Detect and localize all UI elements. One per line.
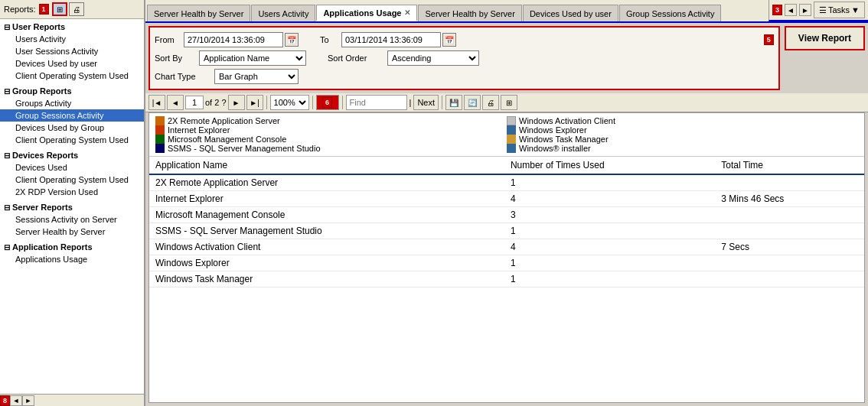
sidebar-item-devices-used-by-user[interactable]: Devices Used by user <box>0 57 144 70</box>
sidebar-item-client-os-devices[interactable]: Client Operating System Used <box>0 174 144 186</box>
sidebar-item-2x-rdp[interactable]: 2X RDP Version Used <box>0 186 144 198</box>
to-input-group: 📅 <box>341 32 456 47</box>
tasks-label: Tasks <box>828 5 850 15</box>
tree-group-label-app[interactable]: Application Reports <box>0 241 144 253</box>
legend-color-mmc <box>155 135 165 144</box>
tab-label-users-activity: Users Activity <box>258 9 308 18</box>
tabs-nav-next[interactable]: ► <box>799 4 811 16</box>
table-cell-times: 3 <box>504 207 715 223</box>
to-label: To <box>320 35 335 44</box>
sidebar-item-sessions-server[interactable]: Sessions Activity on Server <box>0 213 144 226</box>
sidebar-item-group-sessions[interactable]: Group Sessions Activity <box>0 109 144 122</box>
sep-4 <box>442 96 442 109</box>
table-cell-times: 1 <box>504 255 715 271</box>
sidebar-bottom: 8 ◄ ► <box>0 394 144 406</box>
badge-1: 1 <box>39 4 49 15</box>
table-cell-app: Windows Explorer <box>149 255 504 271</box>
sidebar-item-apps-usage[interactable]: Applications Usage <box>0 253 144 265</box>
badge-8: 8 <box>0 395 10 406</box>
table-row: Windows Explorer1 <box>149 255 864 271</box>
tab-group-sessions[interactable]: Group Sessions Activity <box>619 5 722 21</box>
table-row: 2X Remote Application Server1 <box>149 174 864 191</box>
first-page-btn[interactable]: |◄ <box>148 95 165 110</box>
table-cell-time: 7 Secs <box>715 239 864 255</box>
find-input[interactable] <box>346 95 407 110</box>
to-calendar-btn[interactable]: 📅 <box>442 33 456 47</box>
table-row: Windows Task Manager1 <box>149 271 864 287</box>
tab-close-apps-usage[interactable]: ✕ <box>404 8 410 17</box>
controls-box: From 📅 To 📅 5 Sort By <box>148 26 780 90</box>
prev-page-btn[interactable]: ◄ <box>167 95 184 110</box>
page-input[interactable] <box>185 96 204 109</box>
next-page-btn[interactable]: ► <box>228 95 245 110</box>
legend-label-ie: Internet Explorer <box>168 125 230 135</box>
legend-label-wtm: Windows Task Manager <box>519 135 609 144</box>
find-next-btn[interactable]: Next <box>413 95 439 110</box>
sidebar-scroll-left[interactable]: ◄ <box>10 395 22 406</box>
table-cell-app: Internet Explorer <box>149 191 504 207</box>
tab-devices-user[interactable]: Devices Used by user <box>523 5 618 21</box>
legend-label-wac: Windows Activation Client <box>519 116 615 125</box>
legend-item-wi: Windows® installer <box>507 144 858 153</box>
from-calendar-btn[interactable]: 📅 <box>285 33 299 47</box>
table-cell-times: 4 <box>504 239 715 255</box>
legend-color-ie <box>155 125 165 135</box>
badge-6: 6 <box>322 97 332 108</box>
legend-item-2x: 2X Remote Application Server <box>155 116 507 125</box>
refresh-icon: 🔄 <box>468 99 477 107</box>
sep-1 <box>266 96 267 109</box>
controls-row-2: Sort By Application Name Number of Times… <box>155 50 774 66</box>
print-btn[interactable]: 🖨 <box>482 95 499 110</box>
tabs-nav-prev[interactable]: ◄ <box>785 4 797 16</box>
tree-group-label-group[interactable]: Group Reports <box>0 85 144 97</box>
sidebar-item-client-os-user[interactable]: Client Operating System Used <box>0 70 144 82</box>
chart-type-select[interactable]: Bar Graph Pie Chart Line Graph <box>214 69 299 84</box>
sort-order-label: Sort Order <box>328 54 381 63</box>
table-cell-times: 1 <box>504 174 715 191</box>
tab-server-health[interactable]: Server Health by Server <box>147 5 250 21</box>
find-separator: | <box>410 98 412 107</box>
table-cell-time: 3 Mins 46 Secs <box>715 191 864 207</box>
sidebar-view-btn-1[interactable]: ⊞ <box>52 2 67 16</box>
to-date-input[interactable] <box>341 32 441 47</box>
sidebar-item-groups-activity[interactable]: Groups Activity <box>0 97 144 109</box>
tabs-bar: Server Health by Server Users Activity A… <box>145 0 768 21</box>
tab-users-activity[interactable]: Users Activity <box>251 5 315 21</box>
legend-area: 2X Remote Application Server Internet Ex… <box>149 113 864 157</box>
last-page-btn[interactable]: ►| <box>246 95 263 110</box>
tasks-button[interactable]: ☰ Tasks ▼ <box>814 2 865 18</box>
table-row: Windows Activation Client47 Secs <box>149 239 864 255</box>
sidebar-item-devices-used[interactable]: Devices Used <box>0 161 144 174</box>
export-btn[interactable]: 💾 <box>445 95 462 110</box>
sort-order-select[interactable]: Ascending Descending <box>387 50 479 66</box>
zoom-select[interactable]: 100% 75% 150% <box>270 95 309 110</box>
sort-by-select[interactable]: Application Name Number of Times Used To… <box>199 50 306 66</box>
table-header-row: Application Name Number of Times Used To… <box>149 157 864 174</box>
content-area: Server Health by Server Users Activity A… <box>145 0 868 406</box>
sidebar-view-btn-2[interactable]: 🖨 <box>69 2 84 16</box>
sidebar-item-devices-by-group[interactable]: Devices Used by Group <box>0 122 144 134</box>
sidebar-item-user-sessions[interactable]: User Sessions Activity <box>0 45 144 57</box>
table-cell-times: 1 <box>504 271 715 287</box>
legend-item-ie: Internet Explorer <box>155 125 507 135</box>
sidebar-item-server-health[interactable]: Server Health by Server <box>0 226 144 238</box>
sidebar-item-users-activity[interactable]: Users Activity <box>0 33 144 45</box>
grid-btn[interactable]: ⊞ <box>501 95 517 110</box>
tab-apps-usage[interactable]: Applications Usage ✕ <box>316 5 417 21</box>
legend-color-wtm <box>507 135 516 144</box>
legend-color-wac <box>507 116 516 125</box>
tree-group-label-user[interactable]: User Reports <box>0 21 144 33</box>
tree-group-label-server[interactable]: Server Reports <box>0 201 144 213</box>
badge-6-btn[interactable]: 6 <box>316 95 339 110</box>
legend-color-we <box>507 125 516 135</box>
tab-server-health-2[interactable]: Server Health by Server <box>418 5 521 21</box>
refresh-btn[interactable]: 🔄 <box>464 95 481 110</box>
from-date-input[interactable] <box>184 32 283 47</box>
sidebar-scroll-right[interactable]: ► <box>22 395 34 406</box>
legend-item-wtm: Windows Task Manager <box>507 135 858 144</box>
sidebar-item-client-os-group[interactable]: Client Operating System Used <box>0 134 144 146</box>
tree-group-user-reports: User Reports Users Activity User Session… <box>0 19 144 83</box>
sort-by-label: Sort By <box>155 54 193 63</box>
tree-group-label-devices[interactable]: Devices Reports <box>0 149 144 161</box>
view-report-button[interactable]: View Report <box>785 26 865 50</box>
